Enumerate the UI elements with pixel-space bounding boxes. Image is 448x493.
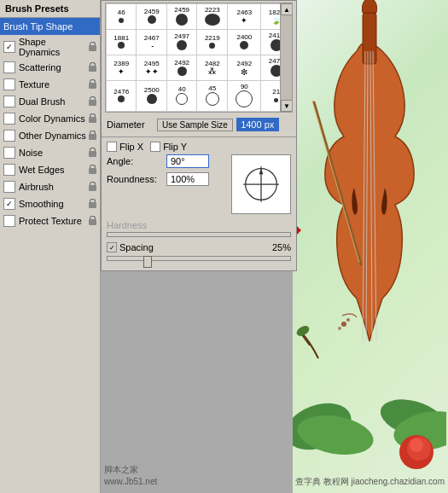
diameter-value: 1400 px	[236, 118, 279, 131]
spacing-checkbox[interactable]: ✓	[107, 242, 117, 252]
brush-panel: 46 2459 2459 2223 2463✦ 1822🍃 1881 2467·…	[101, 0, 297, 271]
brush-cell[interactable]: 2389✦	[107, 55, 137, 81]
brush-row: 2389✦ 2495✦✦ 2492 2482⁂ 2492✼ 2478	[107, 55, 292, 81]
color-dynamics-label: Color Dynamics	[19, 113, 85, 124]
brush-cell[interactable]: 2400	[228, 30, 261, 55]
watermark-bottom-left: 脚本之家www.Jb51.net	[104, 464, 157, 488]
brush-cell[interactable]: 1881	[107, 30, 137, 55]
sidebar-item-wet-edges[interactable]: Wet Edges	[0, 161, 100, 178]
sidebar-item-texture[interactable]: Texture	[0, 76, 100, 93]
panel-title: Brush Presets	[0, 0, 100, 18]
airbrush-label: Airbrush	[19, 182, 54, 192]
sidebar-item-smoothing[interactable]: Smoothing	[0, 195, 100, 212]
hardness-row: Hardness	[102, 218, 296, 240]
scattering-check[interactable]	[3, 61, 15, 73]
violin-area: 查字典 教程网 jiaocheng.chazidian.com	[293, 0, 448, 493]
brush-cell[interactable]: 2459	[137, 4, 166, 30]
brush-cell[interactable]: 2223	[197, 4, 228, 30]
angle-input[interactable]	[166, 154, 209, 168]
dual-brush-check[interactable]	[3, 96, 15, 107]
angle-section: Angle: Roundness:	[102, 154, 296, 218]
spacing-label[interactable]: ✓ Spacing	[107, 242, 154, 252]
flip-x-text: Flip X	[119, 142, 143, 152]
color-dynamics-check[interactable]	[3, 113, 15, 125]
sidebar-item-dual-brush[interactable]: Dual Brush	[0, 93, 100, 110]
texture-label: Texture	[19, 79, 49, 90]
brush-cell[interactable]: 2463✦	[228, 4, 261, 30]
scattering-lock	[88, 62, 96, 72]
brush-cell[interactable]: 2497	[166, 30, 196, 55]
spacing-thumb[interactable]	[143, 256, 152, 268]
brush-cell[interactable]: 2476	[107, 81, 137, 112]
flip-x-checkbox[interactable]	[107, 142, 117, 152]
brush-cell[interactable]: 2482⁂	[197, 55, 228, 81]
sidebar-item-brush-tip-shape[interactable]: Brush Tip Shape	[0, 18, 100, 35]
flip-y-text: Flip Y	[163, 142, 187, 152]
wet-edges-check[interactable]	[3, 164, 15, 176]
violin-illustration	[293, 0, 446, 478]
angle-field-row: Angle:	[107, 154, 224, 168]
smoothing-check[interactable]	[3, 198, 15, 210]
brush-grid: 46 2459 2459 2223 2463✦ 1822🍃 1881 2467·…	[105, 3, 293, 113]
sidebar-item-protect-texture[interactable]: Protect Texture	[0, 212, 100, 229]
angle-fields: Angle: Roundness:	[107, 154, 224, 214]
airbrush-lock	[88, 182, 96, 192]
main-area: 查字典 教程网 jiaocheng.chazidian.com 46 2459 …	[101, 0, 448, 493]
sidebar-item-color-dynamics[interactable]: Color Dynamics	[0, 110, 100, 127]
sidebar-item-shape-dynamics[interactable]: Shape Dynamics	[0, 35, 100, 59]
use-sample-size-button[interactable]: Use Sample Size	[157, 119, 233, 131]
sidebar-item-airbrush[interactable]: Airbrush	[0, 178, 100, 195]
flip-y-label[interactable]: Flip Y	[150, 142, 187, 152]
svg-rect-7	[363, 13, 376, 64]
dual-brush-label: Dual Brush	[19, 96, 65, 107]
roundness-field-row: Roundness:	[107, 172, 224, 186]
brush-grid-scrollbar[interactable]: ▲ ▼	[280, 3, 292, 112]
flip-y-checkbox[interactable]	[150, 142, 160, 152]
scroll-up-arrow[interactable]: ▲	[281, 3, 293, 15]
flip-x-label[interactable]: Flip X	[107, 142, 143, 152]
texture-check[interactable]	[3, 78, 15, 90]
svg-point-16	[338, 327, 341, 330]
scroll-track	[281, 15, 292, 100]
left-panel: Brush Presets Brush Tip Shape Shape Dyna…	[0, 0, 101, 493]
brush-cell[interactable]: 90	[228, 81, 261, 112]
wet-edges-label: Wet Edges	[19, 165, 65, 175]
sidebar-item-scattering[interactable]: Scattering	[0, 59, 100, 76]
brush-cell[interactable]: 2495✦✦	[137, 55, 166, 81]
shape-dynamics-check[interactable]	[3, 41, 15, 53]
brush-cell[interactable]: 2500	[137, 81, 166, 112]
hardness-slider[interactable]	[107, 232, 291, 237]
brush-cell[interactable]: 2492	[166, 55, 196, 81]
spacing-value: 25%	[272, 242, 291, 252]
angle-label: Angle:	[107, 156, 166, 166]
brush-cell[interactable]: 2467···	[137, 30, 166, 55]
brush-tip-shape-label: Brush Tip Shape	[3, 21, 73, 32]
sidebar-item-noise[interactable]: Noise	[0, 144, 100, 161]
noise-check[interactable]	[3, 147, 15, 159]
brush-row: 46 2459 2459 2223 2463✦ 1822🍃	[107, 4, 292, 30]
shape-dynamics-lock	[88, 42, 96, 52]
diameter-label: Diameter	[107, 119, 154, 130]
smoothing-label: Smoothing	[19, 199, 64, 209]
spacing-header: ✓ Spacing 25%	[107, 242, 291, 252]
svg-point-15	[346, 318, 350, 322]
other-dynamics-check[interactable]	[3, 130, 15, 142]
brush-cell[interactable]: 2219	[197, 30, 228, 55]
other-dynamics-label: Other Dynamics	[19, 130, 86, 141]
divider-1	[102, 136, 296, 137]
svg-marker-22	[259, 169, 264, 175]
sidebar-item-other-dynamics[interactable]: Other Dynamics	[0, 127, 100, 144]
brush-cell[interactable]: 45	[197, 81, 228, 112]
crosshair-svg	[240, 163, 282, 206]
brush-cell[interactable]: 2459	[166, 4, 196, 30]
texture-lock	[88, 79, 96, 90]
brush-cell[interactable]: 40	[166, 81, 196, 112]
protect-texture-check[interactable]	[3, 215, 15, 227]
brush-cell[interactable]: 46	[107, 4, 137, 30]
roundness-label: Roundness:	[107, 174, 166, 184]
brush-cell[interactable]: 2492✼	[228, 55, 261, 81]
airbrush-check[interactable]	[3, 181, 15, 193]
brush-row: 2476 2500 40 45 90 21	[107, 81, 292, 112]
roundness-input[interactable]	[166, 172, 209, 186]
scroll-down-arrow[interactable]: ▼	[281, 100, 293, 112]
